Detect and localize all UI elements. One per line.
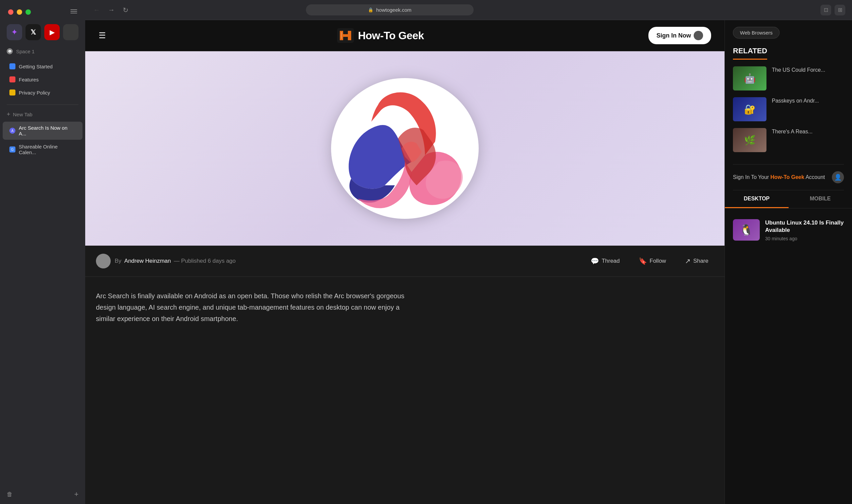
privacy-label: Privacy Policy xyxy=(19,90,50,95)
tab-mobile-label: MOBILE xyxy=(810,196,831,201)
thread-icon: 💬 xyxy=(591,257,599,265)
sign-in-label: Sign In Now xyxy=(657,32,691,39)
browser-toolbar: ← → ↻ 🔒 howtogeek.com ⊡ ⊞ xyxy=(85,0,852,20)
site-logo: How-To Geek xyxy=(113,28,648,43)
related-text-2: Passkeys on Andr... xyxy=(772,97,819,121)
related-item-3[interactable]: 🌿 There's A Reas... xyxy=(733,128,844,152)
main-content: ☰ How-To Geek Sign In Now xyxy=(85,20,852,504)
share-label: Share xyxy=(693,258,709,265)
web-browsers-label: Web Browsers xyxy=(740,30,772,36)
author-name: Andrew Heinzman xyxy=(124,258,171,264)
news-item-ubuntu[interactable]: 🐧 Ubuntu Linux 24.10 Is Finally Availabl… xyxy=(725,214,852,247)
sidebar-panel: Web Browsers RELATED 🤖 The US Could Forc… xyxy=(725,20,852,504)
related-item-1[interactable]: 🤖 The US Could Force... xyxy=(733,66,844,90)
article-meta: By Andrew Heinzman — Published 6 days ag… xyxy=(85,246,725,277)
address-bar[interactable]: 🔒 howtogeek.com xyxy=(306,4,474,15)
pinned-tab-blank[interactable] xyxy=(63,24,79,40)
address-text: howtogeek.com xyxy=(376,7,411,13)
related-thumb-2: 🔐 xyxy=(733,97,766,121)
sign-in-link[interactable]: How-To Geek xyxy=(770,174,804,180)
sign-in-pre: Sign In To Your xyxy=(733,174,770,180)
share-icon: ↗ xyxy=(685,257,691,265)
thread-button[interactable]: 💬 Thread xyxy=(585,254,625,268)
by-prefix: By xyxy=(115,258,121,264)
trash-icon[interactable]: 🗑 xyxy=(7,491,13,498)
tab-mobile[interactable]: MOBILE xyxy=(788,190,852,208)
passkey-icon: 🔐 xyxy=(744,104,756,115)
getting-started-label: Getting Started xyxy=(19,64,53,69)
sidebar-item-privacy-policy[interactable]: Privacy Policy xyxy=(3,86,83,99)
split-view-button[interactable]: ⊞ xyxy=(835,5,845,15)
article-body: Arc Search is finally available on Andro… xyxy=(85,277,421,338)
follow-icon: 🔖 xyxy=(639,257,647,265)
sidebar-item-features[interactable]: Features xyxy=(3,73,83,86)
back-button[interactable]: ← xyxy=(92,5,101,15)
published-date: Published 6 days ago xyxy=(181,258,236,264)
maximize-traffic-light[interactable] xyxy=(25,10,31,15)
calendar-label: Shareable Online Calen... xyxy=(19,144,76,155)
arc-search-label: Arc Search Is Now on A... xyxy=(19,125,76,137)
lock-icon: 🔒 xyxy=(368,7,373,13)
getting-started-icon xyxy=(10,63,15,69)
sidebar-item-arc-search[interactable]: A Arc Search Is Now on A... xyxy=(3,122,83,140)
related-thumb-1: 🤖 xyxy=(733,66,766,90)
reader-mode-button[interactable]: ⊡ xyxy=(820,5,831,15)
sign-in-button[interactable]: Sign In Now xyxy=(648,27,711,44)
space-item[interactable]: 💬 Space 1 xyxy=(0,46,85,57)
tab-desktop[interactable]: DESKTOP xyxy=(725,190,788,208)
dash: — xyxy=(174,258,181,264)
svg-point-2 xyxy=(100,257,106,263)
pinned-tab-glance[interactable]: ✦ xyxy=(7,24,22,40)
new-tab-label: New Tab xyxy=(13,112,33,117)
space-icon: 💬 xyxy=(7,48,13,54)
author-info: By Andrew Heinzman — Published 6 days ag… xyxy=(115,258,236,265)
logo-text: How-To Geek xyxy=(358,30,424,42)
related-text-3: There's A Reas... xyxy=(772,128,813,152)
news-title-ubuntu: Ubuntu Linux 24.10 Is Finally Available xyxy=(765,219,844,234)
plus-icon: + xyxy=(7,111,11,118)
privacy-icon xyxy=(10,89,15,95)
sidebar-item-calendar[interactable]: G Shareable Online Calen... xyxy=(3,140,83,159)
sidebar-bottom: 🗑 + xyxy=(0,485,85,504)
calendar-icon: G xyxy=(10,146,15,152)
forward-button[interactable]: → xyxy=(107,5,116,15)
pinned-tabs: ✦ 𝕏 ▶ xyxy=(0,21,85,46)
arc-icon: A xyxy=(10,128,15,134)
refresh-button[interactable]: ↻ xyxy=(121,5,130,15)
pinned-tab-x[interactable]: 𝕏 xyxy=(25,24,41,40)
related-item-2[interactable]: 🔐 Passkeys on Andr... xyxy=(733,97,844,121)
space-label: Space 1 xyxy=(16,49,35,54)
share-button[interactable]: ↗ Share xyxy=(680,254,714,268)
pinned-tab-youtube[interactable]: ▶ xyxy=(44,24,60,40)
glance-icon: ✦ xyxy=(11,28,18,37)
android-icon: 🤖 xyxy=(744,73,756,84)
web-browsers-badge[interactable]: Web Browsers xyxy=(733,27,780,38)
sidebar-toggle-button[interactable] xyxy=(70,10,77,15)
minimize-traffic-light[interactable] xyxy=(17,10,22,15)
sidebar: ✦ 𝕏 ▶ 💬 Space 1 Getting Started Features… xyxy=(0,0,85,504)
new-tab-button[interactable]: + New Tab xyxy=(0,108,85,121)
hamburger-menu-button[interactable]: ☰ xyxy=(99,31,106,40)
article-area: ☰ How-To Geek Sign In Now xyxy=(85,20,725,504)
sidebar-nav: Getting Started Features Privacy Policy xyxy=(0,57,85,102)
sign-in-post: Account xyxy=(804,174,825,180)
svg-point-3 xyxy=(98,263,109,268)
news-info-ubuntu: Ubuntu Linux 24.10 Is Finally Available … xyxy=(765,219,844,241)
content-tabs: DESKTOP MOBILE xyxy=(725,190,852,209)
sign-in-avatar xyxy=(694,31,703,40)
related-title: RELATED xyxy=(733,47,767,60)
add-icon[interactable]: + xyxy=(74,490,79,499)
features-icon xyxy=(10,76,15,83)
ubuntu-icon: 🐧 xyxy=(740,223,753,236)
related-thumb-3: 🌿 xyxy=(733,128,766,152)
site-header: ☰ How-To Geek Sign In Now xyxy=(85,20,725,51)
user-icon: 👤 xyxy=(834,174,841,181)
arc-logo-svg xyxy=(324,71,485,226)
close-traffic-light[interactable] xyxy=(8,10,13,15)
related-text-1: The US Could Force... xyxy=(772,66,825,90)
author-avatar xyxy=(96,254,111,268)
sign-in-text: Sign In To Your How-To Geek Account xyxy=(733,174,828,181)
follow-button[interactable]: 🔖 Follow xyxy=(633,254,672,268)
sign-in-user-icon[interactable]: 👤 xyxy=(832,171,844,183)
sidebar-item-getting-started[interactable]: Getting Started xyxy=(3,60,83,73)
